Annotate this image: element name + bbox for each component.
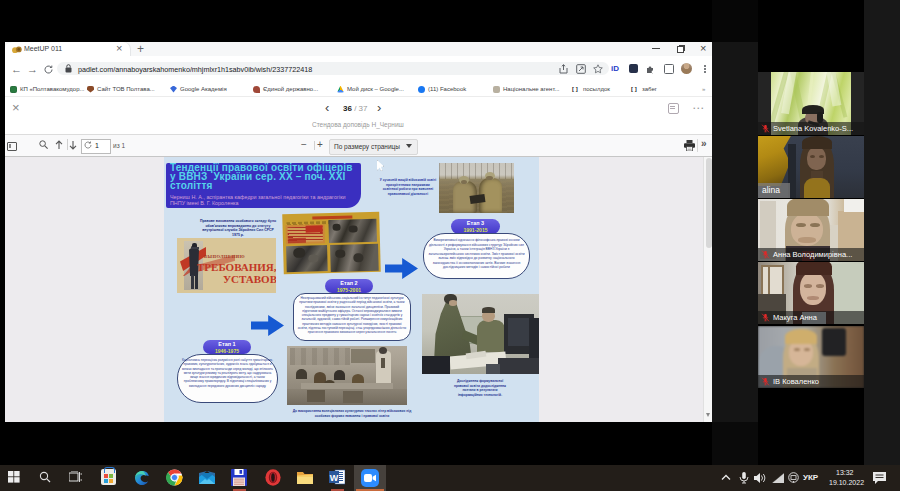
svg-text:W: W [330,473,339,483]
